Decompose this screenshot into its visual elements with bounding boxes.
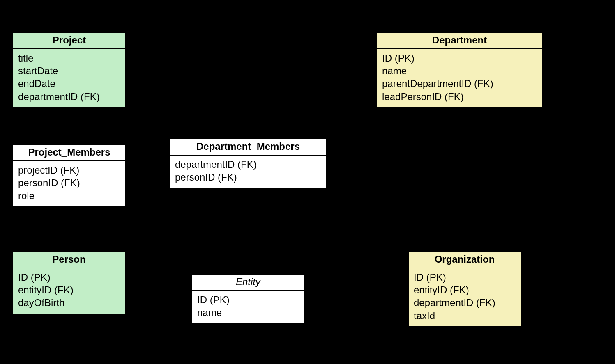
attr: endDate [18,77,120,90]
entity-department-body: ID (PK) name parentDepartmentID (FK) lea… [377,49,542,107]
attr: entityID (FK) [18,284,120,296]
entity-person: Person ID (PK) entityID (FK) dayOfBirth [12,251,126,314]
attr: departmentID (FK) [18,90,120,103]
entity-department-title: Department [377,33,542,49]
attr: name [197,306,299,319]
entity-project-members-title: Project_Members [13,145,125,161]
entity-person-body: ID (PK) entityID (FK) dayOfBirth [13,268,125,314]
attr: title [18,52,120,64]
attr: startDate [18,64,120,77]
attr: role [18,189,120,202]
entity-entity-title: Entity [192,275,304,291]
entity-entity-body: ID (PK) name [192,291,304,323]
attr: personID (FK) [175,171,321,183]
entity-department-members-title: Department_Members [170,139,326,156]
entity-project-members-body: projectID (FK) personID (FK) role [13,161,125,206]
attr: name [382,64,537,77]
entity-department: Department ID (PK) name parentDepartment… [376,32,543,108]
attr: departmentID (FK) [414,296,516,309]
attr: ID (PK) [414,271,516,284]
attr: dayOfBirth [18,296,120,309]
entity-project-title: Project [13,33,125,49]
entity-entity: Entity ID (PK) name [191,274,305,324]
attr: entityID (FK) [414,284,516,296]
attr: projectID (FK) [18,164,120,176]
attr: leadPersonID (FK) [382,90,537,103]
entity-organization: Organization ID (PK) entityID (FK) depar… [408,251,521,327]
entity-organization-body: ID (PK) entityID (FK) departmentID (FK) … [409,268,521,326]
attr: personID (FK) [18,176,120,189]
entity-department-members-body: departmentID (FK) personID (FK) [170,156,326,188]
entity-project-members: Project_Members projectID (FK) personID … [12,144,126,207]
attr: ID (PK) [18,271,120,284]
attr: taxId [414,309,516,322]
entity-person-title: Person [13,252,125,268]
attr: ID (PK) [197,293,299,306]
entity-project: Project title startDate endDate departme… [12,32,126,108]
entity-department-members: Department_Members departmentID (FK) per… [169,138,327,188]
entity-project-body: title startDate endDate departmentID (FK… [13,49,125,107]
attr: parentDepartmentID (FK) [382,77,537,90]
attr: departmentID (FK) [175,158,321,171]
attr: ID (PK) [382,52,537,64]
entity-organization-title: Organization [409,252,521,268]
